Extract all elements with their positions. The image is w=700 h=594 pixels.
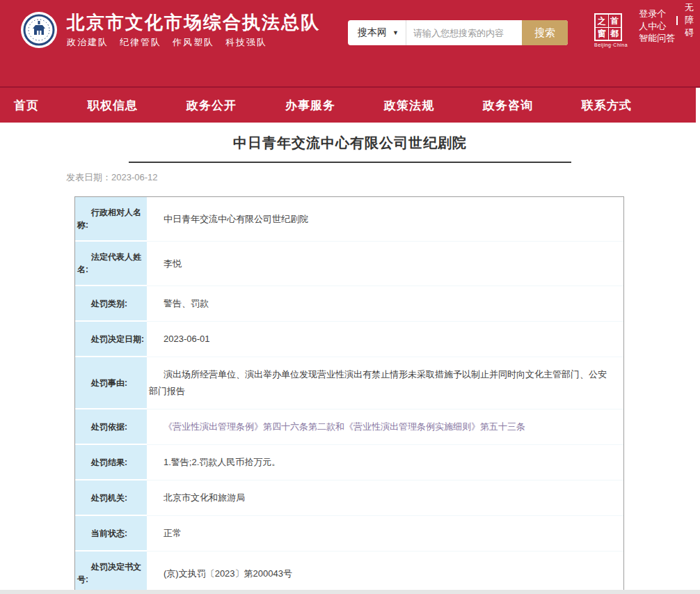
page-title: 中日青年交流中心有限公司世纪剧院 [59,134,641,153]
nav-item-政务公开[interactable]: 政务公开 [186,97,237,114]
nav-item-政务咨询[interactable]: 政务咨询 [483,97,533,114]
row-label-cell: 处罚事由: [75,357,147,409]
login-link[interactable]: 登录个人中心 [639,8,669,33]
row-value-cell: 1.警告;2.罚款人民币拾万元。 [147,445,623,480]
table-row: 处罚结果:1.警告;2.罚款人民币拾万元。 [75,445,623,480]
capital-window-logo[interactable]: 之首窗都 Beijing·China [594,13,628,47]
row-label-cell: 处罚决定书文号: [75,552,147,594]
row-value-cell: 正常 [147,516,623,552]
nav-item-联系方式[interactable]: 联系方式 [582,97,632,114]
row-value-cell: (京)文执罚〔2023〕第200043号 [147,552,623,594]
search-input[interactable] [406,20,522,45]
nav-item-政策法规[interactable]: 政策法规 [384,97,434,114]
chevron-down-icon: ▼ [392,29,399,36]
smart-qa-link[interactable]: 智能问答 [639,32,675,45]
slogan-item: 科技强队 [225,37,267,47]
nav-item-办事服务[interactable]: 办事服务 [285,97,335,114]
publish-date-value: 2023-06-12 [111,172,158,182]
row-label-cell: 处罚决定日期: [75,322,147,357]
row-value-cell: 《营业性演出管理条例》第四十六条第二款和《营业性演出管理条例实施细则》第五十三条 [147,409,623,445]
accessibility-link[interactable]: 无障碍 [685,1,700,39]
row-label-cell: 处罚机关: [75,480,147,516]
row-label-cell: 当前状态: [75,516,147,552]
seal-char: 首 [609,15,621,27]
nav-item-职权信息[interactable]: 职权信息 [88,97,138,114]
seal-char: 之 [596,15,608,27]
row-label-cell: 处罚类别: [75,286,147,322]
search-button[interactable]: 搜索 [522,20,568,45]
row-value-cell: 中日青年交流中心有限公司世纪剧院 [147,197,623,242]
footer-strip [0,590,700,594]
site-logo-group[interactable]: 北京市文化市场综合执法总队 政治建队纪律管队作风塑队科技强队 [21,12,320,49]
capital-window-caption: Beijing·China [594,42,628,47]
slogan-item: 政治建队 [67,37,109,47]
table-row: 处罚机关:北京市文化和旅游局 [75,480,623,516]
seal-char: 窗 [596,28,608,40]
nav-item-首页[interactable]: 首页 [14,97,39,114]
publish-date: 发表日期：2023-06-12 [66,171,641,184]
search-scope-label: 搜本网 [358,26,387,39]
seal-char: 都 [609,28,621,40]
brand-text: 北京市文化市场综合执法总队 政治建队纪律管队作风塑队科技强队 [67,12,320,49]
row-value-cell: 警告、罚款 [147,286,623,322]
table-row: 当前状态:正常 [75,516,623,552]
table-row: 处罚决定日期:2023-06-01 [75,322,623,357]
site-header: 北京市文化市场综合执法总队 政治建队纪律管队作风塑队科技强队 搜本网 ▼ 搜索 … [0,0,700,88]
table-row: 行政相对人名称:中日青年交流中心有限公司世纪剧院 [75,197,623,242]
corps-emblem-icon [21,12,57,48]
search-scope-dropdown[interactable]: 搜本网 ▼ [348,20,406,45]
search-bar: 搜本网 ▼ 搜索 [348,20,568,45]
row-value-cell: 演出场所经营单位、演出举办单位发现营业性演出有禁止情形未采取措施予以制止并同时向… [147,357,623,409]
header-right-group: 之首窗都 Beijing·China 登录个人中心 无障碍 智能问答 [594,13,700,47]
main-nav: 首页职权信息政务公开办事服务政策法规政务咨询联系方式 [0,88,696,123]
table-row: 处罚依据:《营业性演出管理条例》第四十六条第二款和《营业性演出管理条例实施细则》… [75,409,623,445]
site-slogans: 政治建队纪律管队作风塑队科技强队 [67,36,320,49]
row-label-cell: 处罚结果: [75,445,147,480]
row-value-cell: 2023-06-01 [147,322,623,357]
publish-date-label: 发表日期： [66,172,111,182]
header-quick-links: 登录个人中心 无障碍 智能问答 [639,13,700,45]
link-divider [676,16,678,25]
article-content: 中日青年交流中心有限公司世纪剧院 发表日期：2023-06-12 行政相对人名称… [59,134,641,594]
table-row: 处罚事由:演出场所经营单位、演出举办单位发现营业性演出有禁止情形未采取措施予以制… [75,357,623,409]
row-value-cell: 李悦 [147,242,623,286]
capital-window-seal-icon: 之首窗都 [594,13,622,41]
table-row: 处罚类别:警告、罚款 [75,286,623,322]
site-title: 北京市文化市场综合执法总队 [67,12,320,33]
row-label-cell: 法定代表人姓名: [75,242,147,286]
table-row: 法定代表人姓名:李悦 [75,242,623,286]
table-row: 处罚决定书文号:(京)文执罚〔2023〕第200043号 [75,552,623,594]
page: 北京市文化市场综合执法总队 政治建队纪律管队作风塑队科技强队 搜本网 ▼ 搜索 … [0,0,700,594]
row-value-cell: 北京市文化和旅游局 [147,480,623,516]
slogan-item: 纪律管队 [120,37,161,47]
row-label-cell: 行政相对人名称: [75,197,147,242]
penalty-table: 行政相对人名称:中日青年交流中心有限公司世纪剧院法定代表人姓名:李悦处罚类别:警… [74,196,624,594]
title-divider [129,162,571,163]
row-label-cell: 处罚依据: [75,409,147,445]
slogan-item: 作风塑队 [173,37,214,47]
